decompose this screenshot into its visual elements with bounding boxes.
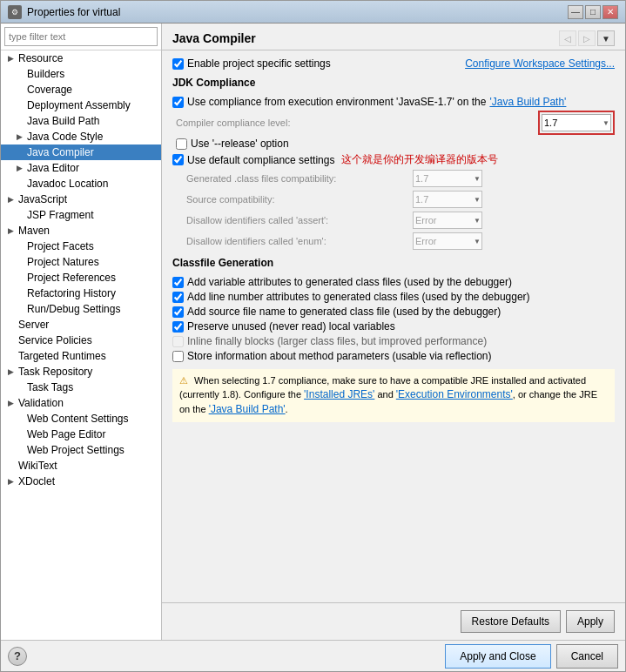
tree-label-task-repository: Task Repository — [18, 366, 92, 378]
disallow-assert-select-wrapper: Error — [413, 212, 482, 229]
sidebar-item-java-code-style[interactable]: ▶Java Code Style — [1, 129, 161, 144]
preserve-unused-row: Preserve unused (never read) local varia… — [172, 320, 615, 333]
sidebar-item-server[interactable]: Server — [1, 317, 161, 333]
sidebar-item-refactoring-history[interactable]: Refactoring History — [1, 286, 161, 301]
sidebar-item-project-natures[interactable]: Project Natures — [1, 254, 161, 270]
use-compliance-checkbox[interactable] — [172, 97, 184, 108]
configure-workspace-link[interactable]: Configure Workspace Settings... — [465, 57, 615, 70]
panel-footer: Restore Defaults Apply — [162, 602, 625, 640]
compiler-compliance-row: Compiler compliance level: 1.7 1.8 1.6 — [172, 111, 615, 135]
warning-text-2: and — [374, 389, 395, 400]
exec-env-link[interactable]: 'Execution Environments' — [396, 388, 513, 400]
sidebar-item-javascript[interactable]: ▶JavaScript — [1, 192, 161, 207]
sidebar-item-service-policies[interactable]: Service Policies — [1, 333, 161, 348]
inline-finally-checkbox[interactable] — [172, 336, 184, 347]
sidebar-item-web-project-settings[interactable]: Web Project Settings — [1, 442, 161, 458]
enable-settings-checkbox[interactable] — [172, 58, 184, 70]
apply-button[interactable]: Apply — [566, 610, 615, 633]
compiler-compliance-select[interactable]: 1.7 1.8 1.6 — [542, 114, 611, 131]
sidebar-item-deployment-assembly[interactable]: Deployment Assembly — [1, 97, 161, 113]
source-compat-label: Source compatibility: — [186, 194, 413, 205]
source-compat-row: Source compatibility: 1.7 — [172, 191, 615, 208]
sidebar-item-jsp-fragment[interactable]: JSP Fragment — [1, 207, 161, 223]
window-title: Properties for virtual — [27, 6, 568, 18]
tree-arrow-validation: ▶ — [8, 399, 17, 407]
apply-close-button[interactable]: Apply and Close — [445, 644, 550, 669]
warning-text-4: . — [286, 404, 288, 414]
use-release-checkbox[interactable] — [176, 138, 187, 150]
use-compliance-row: Use compliance from execution environmen… — [172, 96, 615, 108]
sidebar-item-javadoc-location[interactable]: Javadoc Location — [1, 176, 161, 192]
preserve-unused-checkbox[interactable] — [172, 321, 184, 333]
add-variable-checkbox[interactable] — [172, 277, 184, 288]
sidebar-item-project-references[interactable]: Project References — [1, 270, 161, 286]
use-default-compliance-checkbox[interactable] — [172, 154, 184, 165]
use-default-compliance-label[interactable]: Use default compliance settings — [172, 154, 334, 166]
generated-class-row: Generated .class files compatibility: 1.… — [172, 170, 615, 187]
sidebar-item-java-compiler[interactable]: Java Compiler — [1, 144, 161, 160]
store-info-label[interactable]: Store information about method parameter… — [172, 350, 492, 362]
java-build-path-link[interactable]: 'Java Build Path' — [489, 96, 566, 108]
add-source-row: Add source file name to generated class … — [172, 306, 615, 318]
close-button[interactable]: ✕ — [602, 5, 618, 19]
enable-settings-label[interactable]: Enable project specific settings — [172, 57, 331, 70]
add-variable-label[interactable]: Add variable attributes to generated cla… — [172, 276, 512, 288]
installed-jres-link[interactable]: 'Installed JREs' — [304, 388, 374, 400]
sidebar-item-web-content-settings[interactable]: Web Content Settings — [1, 411, 161, 427]
sidebar-item-targeted-runtimes[interactable]: Targeted Runtimes — [1, 348, 161, 364]
tree-arrow-xdoclet: ▶ — [8, 477, 17, 486]
inline-finally-label[interactable]: Inline finally blocks (larger class file… — [172, 335, 487, 347]
sidebar-item-resource[interactable]: ▶Resource — [1, 50, 161, 66]
sidebar-item-maven[interactable]: ▶Maven — [1, 223, 161, 239]
sidebar-item-validation[interactable]: ▶Validation — [1, 395, 161, 411]
bottom-buttons: Apply and Close Cancel — [445, 644, 618, 669]
sidebar-item-run-debug-settings[interactable]: Run/Debug Settings — [1, 301, 161, 317]
sidebar-item-task-tags[interactable]: Task Tags — [1, 380, 161, 395]
disallow-assert-select[interactable]: Error — [413, 212, 482, 229]
tree-label-java-build-path: Java Build Path — [27, 115, 99, 127]
sidebar-item-java-build-path[interactable]: Java Build Path — [1, 113, 161, 129]
source-compat-select[interactable]: 1.7 — [413, 191, 482, 208]
store-info-checkbox[interactable] — [172, 351, 184, 362]
sidebar-item-java-editor[interactable]: ▶Java Editor — [1, 160, 161, 176]
nav-menu-button[interactable]: ▼ — [597, 30, 615, 46]
compliance-level-box: 1.7 1.8 1.6 — [538, 111, 615, 135]
sidebar-item-web-page-editor[interactable]: Web Page Editor — [1, 427, 161, 442]
tree-arrow-java-editor: ▶ — [17, 164, 25, 172]
filter-input[interactable] — [4, 27, 158, 46]
tree-label-project-natures: Project Natures — [27, 256, 99, 268]
nav-back-button[interactable]: ◁ — [559, 30, 576, 46]
add-line-checkbox[interactable] — [172, 292, 184, 303]
compiler-compliance-label: Compiler compliance level: — [176, 118, 538, 128]
tree-label-refactoring-history: Refactoring History — [27, 287, 116, 299]
filter-wrapper — [1, 24, 161, 50]
sidebar-item-builders[interactable]: Builders — [1, 66, 161, 82]
sidebar-item-coverage[interactable]: Coverage — [1, 82, 161, 97]
enable-settings-row: Enable project specific settings Configu… — [172, 57, 615, 70]
add-line-label[interactable]: Add line number attributes to generated … — [172, 291, 530, 303]
nav-forward-button[interactable]: ▷ — [578, 30, 596, 46]
cancel-button[interactable]: Cancel — [556, 644, 618, 669]
tree-label-task-tags: Task Tags — [27, 381, 73, 393]
java-build-path-link2[interactable]: 'Java Build Path' — [209, 403, 286, 415]
tree-label-javadoc-location: Javadoc Location — [27, 178, 108, 190]
disallow-enum-select[interactable]: Error — [413, 232, 482, 250]
tree-label-wikitext: WikiText — [18, 460, 57, 472]
add-source-label[interactable]: Add source file name to generated class … — [172, 306, 501, 318]
add-source-checkbox[interactable] — [172, 306, 184, 318]
minimize-button[interactable]: — — [568, 5, 583, 19]
generated-class-select[interactable]: 1.7 — [413, 170, 482, 187]
tree-label-java-editor: Java Editor — [27, 162, 79, 174]
sidebar-item-task-repository[interactable]: ▶Task Repository — [1, 364, 161, 380]
disallow-enum-select-wrapper: Error — [413, 232, 482, 250]
use-compliance-label[interactable]: Use compliance from execution environmen… — [172, 96, 566, 108]
sidebar-item-project-facets[interactable]: Project Facets — [1, 239, 161, 254]
restore-defaults-button[interactable]: Restore Defaults — [461, 610, 561, 633]
panel-body: Enable project specific settings Configu… — [162, 50, 625, 602]
sidebar-item-wikitext[interactable]: WikiText — [1, 458, 161, 474]
maximize-button[interactable]: □ — [585, 5, 601, 19]
help-button[interactable]: ? — [8, 647, 27, 666]
use-release-label[interactable]: Use '--release' option — [176, 138, 615, 150]
preserve-unused-label[interactable]: Preserve unused (never read) local varia… — [172, 320, 395, 333]
sidebar-item-xdoclet[interactable]: ▶XDoclet — [1, 474, 161, 489]
